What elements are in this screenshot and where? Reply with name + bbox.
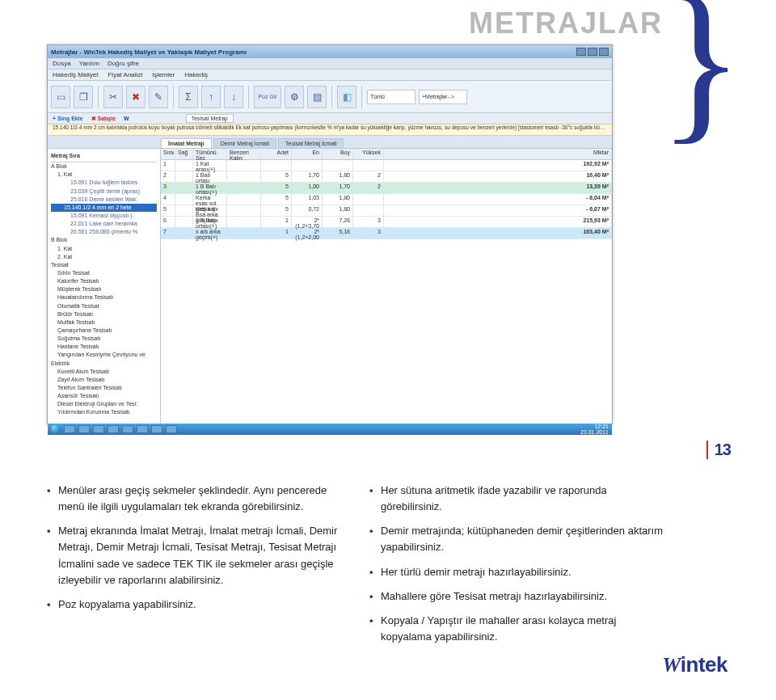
action-w-icon[interactable]: W: [124, 116, 129, 121]
tree-node[interactable]: 23.039 Çeşitli demir (apras): [51, 188, 157, 196]
grid-row[interactable]: 4Kerka esas sol giriş kapı51,031,80- 8,0…: [161, 194, 612, 205]
taskbar-item[interactable]: [122, 425, 133, 433]
toolbar-button-config[interactable]: ⚙: [285, 86, 304, 108]
menu-item-file[interactable]: Dosya: [53, 60, 71, 67]
taskbar-item[interactable]: [108, 425, 119, 433]
grid-row[interactable]: 31 B Bab ortası(+)51,001,70213,39 M²: [161, 183, 612, 194]
toolbar-button-chart[interactable]: ▤: [307, 86, 327, 108]
toolbar-button-copy[interactable]: ❐: [74, 86, 93, 108]
tree-node[interactable]: Kuvetli Akım Tesisatı: [51, 368, 157, 376]
tree-node[interactable]: Elektrik: [51, 360, 157, 368]
col-en[interactable]: En: [292, 149, 323, 159]
tree-node[interactable]: B Blok: [51, 236, 157, 244]
tree-node[interactable]: 15.091 Kemasi dişçostı (-: [51, 212, 157, 220]
toolbar-button-sum[interactable]: Σ: [179, 86, 198, 108]
tree-node[interactable]: Yıldırmdan Korunma Tesisatı: [51, 408, 157, 416]
col-benzeri[interactable]: Benzeri Kalın: [227, 149, 261, 159]
tree-node[interactable]: 25.016 Demir kesilen Wak:: [51, 196, 157, 204]
action-bar: + Sing Ekle ✖ Satışle W Tesisat Metrajı: [48, 113, 612, 124]
tree-node[interactable]: Soğutma Tesisatı: [51, 335, 157, 343]
tree-node[interactable]: 15.140.1/2 4 mm en 2 hete: [51, 204, 157, 212]
menu-item-password[interactable]: Doğru şifre: [108, 60, 139, 67]
col-sira[interactable]: Sıra: [161, 149, 175, 159]
sub-tab-tesisat[interactable]: Tesisat Metrajı: [186, 114, 234, 123]
toolbar-button-edit[interactable]: ✎: [149, 86, 168, 108]
toolbar: ▭ ❐ ✂ ✖ ✎ Σ ↑ ↓ Poz Gir ⚙ ▤ ◧ Tümü +Metr…: [48, 81, 612, 113]
app-window-screenshot: Metrajlar - WinTek Hakediş Maliyet ve Ya…: [47, 44, 613, 424]
tree-node[interactable]: Sıhhı Tesisat: [51, 269, 157, 277]
bullet-item: Metraj ekranında İmalat Metrajı, İmalat …: [47, 523, 347, 588]
tab-tesisat-metraj-icmali[interactable]: Tesisat Metraj İcmali: [278, 138, 344, 148]
tree-node[interactable]: 1. Kat: [51, 171, 157, 179]
start-button[interactable]: [51, 424, 61, 434]
bullet-item: Poz kopyalama yapabilirsiniz.: [47, 597, 347, 613]
tab-imalat-metraji[interactable]: İmalat Metrajı: [161, 138, 212, 148]
tree-node[interactable]: Kalorifer Tesisatı: [51, 277, 157, 285]
taskbar-item[interactable]: [64, 425, 75, 433]
tree-node[interactable]: Diesel Elektroji Grupları ve Tesi:: [51, 400, 157, 408]
tree-node[interactable]: Zayıf Akım Tesisatı: [51, 376, 157, 384]
toolbar-button-delete[interactable]: ✖: [126, 86, 146, 108]
action-delete-row[interactable]: ✖ Satışle: [91, 116, 116, 122]
grid-row[interactable]: 11 Kat arası(+)192,92 M²: [161, 160, 612, 171]
close-button[interactable]: [599, 48, 609, 56]
tree-node[interactable]: Müşterek Tesisatı: [51, 285, 157, 293]
col-boy[interactable]: Boy: [323, 149, 353, 159]
action-add-row[interactable]: + Sing Ekle: [53, 116, 83, 121]
tree-node[interactable]: Brülör Tesisatı: [51, 310, 157, 318]
taskbar-item[interactable]: [93, 425, 104, 433]
maximize-button[interactable]: [588, 48, 597, 56]
toolbar-button-cut[interactable]: ✂: [103, 86, 123, 108]
toolbar-button-pozgir[interactable]: Poz Gir: [254, 86, 281, 108]
grid-row[interactable]: 5Kerka # Bsa arka giriş kapı50,721,80- 6…: [161, 205, 612, 217]
taskbar-item[interactable]: [151, 425, 162, 433]
ribbon-tab-hakedis-maliyet[interactable]: Hakediş Maliyet: [53, 71, 98, 78]
logo-text: intek: [681, 652, 728, 677]
toolbar-button-up[interactable]: ↑: [201, 86, 221, 108]
page-number: 13: [706, 441, 731, 459]
tree-node[interactable]: Havalandırma Tesisatı: [51, 293, 157, 302]
toolbar-button-new[interactable]: ▭: [51, 86, 70, 108]
menu-item-help[interactable]: Yardım: [79, 60, 99, 67]
tree-node[interactable]: 15.091 Dolu tuğlem tasbes: [51, 179, 157, 187]
tree-node[interactable]: Tesisat: [51, 261, 157, 269]
bullet-item: Menüler arası geçiş sekmeler şeklindedir…: [47, 483, 347, 515]
toolbar-dropdown-view[interactable]: +Metrajlar-->: [419, 90, 467, 104]
toolbar-button-down[interactable]: ↓: [224, 86, 243, 108]
tree-node[interactable]: Çamaşırhane Tesisatı: [51, 327, 157, 335]
col-sag[interactable]: Sağ: [175, 149, 193, 159]
tree-node[interactable]: 22.011 Lake cam heramka: [51, 220, 157, 228]
bullet-item: Her türlü demir metrajı hazırlayabilirsi…: [369, 564, 669, 580]
brand-logo: Wintek: [662, 652, 728, 677]
tree-node[interactable]: Asansör Tesisatı: [51, 392, 157, 400]
taskbar-item[interactable]: [137, 425, 148, 433]
col-tumsec[interactable]: Tümünü Seç: [193, 149, 227, 159]
bullet-item: Demir metrajında; kütüphaneden demir çeş…: [369, 523, 669, 555]
tab-demir-metraj-icmali[interactable]: Demir Metraj İcmali: [213, 138, 276, 148]
ribbon-tab-hakedis[interactable]: Hakediş: [184, 71, 208, 78]
tree-node[interactable]: A Blok: [51, 162, 157, 171]
tree-node[interactable]: 2. Kat: [51, 253, 157, 261]
col-yuksek[interactable]: Yüksek: [353, 149, 384, 159]
grid-row[interactable]: 7x ark arka geçirk(+)12*(1,2+2,005,18316…: [161, 228, 612, 239]
grid-row[interactable]: 61 B Bab ortası(+)12*(1,2+3,707,283215,9…: [161, 217, 612, 228]
ribbon-tab-fiyat-analizi[interactable]: Fiyat Analizi: [108, 71, 142, 78]
info-bar: 15.140.1/2-4 mm 2 cm kalınlıkla putrolos…: [48, 124, 612, 136]
toolbar-button-image[interactable]: ◧: [337, 86, 356, 108]
grid-row[interactable]: 21 Bab ortası51,701,80216,40 M²: [161, 171, 612, 183]
ribbon-tab-islemler[interactable]: İşlemler: [152, 71, 175, 78]
tree-node[interactable]: Hastane Tesisatı: [51, 343, 157, 351]
grid-rows: 11 Kat arası(+)192,92 M²21 Bab ortası51,…: [161, 160, 612, 424]
col-adet[interactable]: Adet: [261, 149, 292, 159]
toolbar-dropdown-source[interactable]: Tümü: [367, 90, 415, 104]
tree-node[interactable]: 26.561 258.080 çimento %: [51, 228, 157, 236]
minimize-button[interactable]: [576, 48, 586, 56]
tree-node[interactable]: Yangından Kesiriyme Çevriyonu ve: [51, 351, 157, 359]
taskbar-item[interactable]: [78, 425, 90, 433]
taskbar-item[interactable]: [166, 425, 177, 433]
tree-node[interactable]: Mutfak Tesisatı: [51, 318, 157, 327]
tree-node[interactable]: Otomatik Tesisat: [51, 302, 157, 310]
col-miktar[interactable]: Miktar: [384, 149, 612, 159]
tree-node[interactable]: Telefon Santraleri Tesisatı: [51, 384, 157, 392]
tree-node[interactable]: 1. Kat: [51, 245, 157, 253]
